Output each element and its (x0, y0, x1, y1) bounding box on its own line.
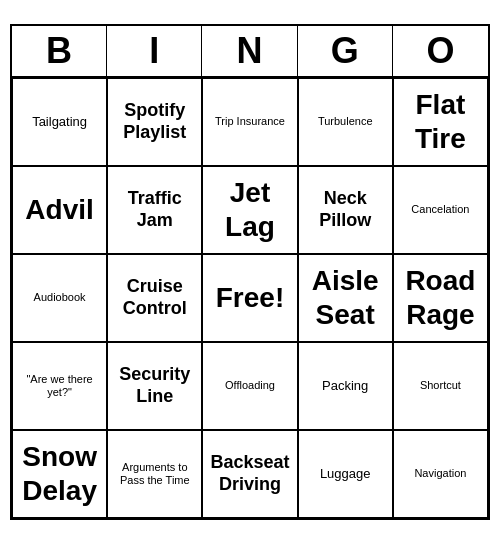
bingo-cell-10: Audiobook (12, 254, 107, 342)
cell-text-18: Packing (322, 378, 368, 394)
bingo-cell-14: Road Rage (393, 254, 488, 342)
cell-text-6: Traffic Jam (112, 188, 197, 231)
bingo-cell-22: Backseat Driving (202, 430, 297, 518)
bingo-cell-9: Cancelation (393, 166, 488, 254)
cell-text-17: Offloading (225, 379, 275, 392)
bingo-cell-0: Tailgating (12, 78, 107, 166)
bingo-letter-o: O (393, 26, 488, 76)
bingo-letter-i: I (107, 26, 202, 76)
bingo-cell-24: Navigation (393, 430, 488, 518)
cell-text-10: Audiobook (34, 291, 86, 304)
cell-text-20: Snow Delay (17, 440, 102, 507)
bingo-cell-4: Flat Tire (393, 78, 488, 166)
cell-text-16: Security Line (112, 364, 197, 407)
bingo-cell-6: Traffic Jam (107, 166, 202, 254)
bingo-header: BINGO (12, 26, 488, 78)
bingo-card: BINGO TailgatingSpotify PlaylistTrip Ins… (10, 24, 490, 520)
bingo-cell-20: Snow Delay (12, 430, 107, 518)
bingo-cell-19: Shortcut (393, 342, 488, 430)
bingo-cell-3: Turbulence (298, 78, 393, 166)
bingo-letter-n: N (202, 26, 297, 76)
cell-text-7: Jet Lag (207, 176, 292, 243)
bingo-letter-b: B (12, 26, 107, 76)
cell-text-21: Arguments to Pass the Time (112, 461, 197, 487)
bingo-cell-1: Spotify Playlist (107, 78, 202, 166)
cell-text-24: Navigation (414, 467, 466, 480)
cell-text-4: Flat Tire (398, 88, 483, 155)
bingo-cell-7: Jet Lag (202, 166, 297, 254)
bingo-cell-8: Neck Pillow (298, 166, 393, 254)
bingo-cell-5: Advil (12, 166, 107, 254)
bingo-cell-17: Offloading (202, 342, 297, 430)
bingo-cell-2: Trip Insurance (202, 78, 297, 166)
cell-text-2: Trip Insurance (215, 115, 285, 128)
bingo-grid: TailgatingSpotify PlaylistTrip Insurance… (12, 78, 488, 518)
bingo-cell-12: Free! (202, 254, 297, 342)
cell-text-5: Advil (25, 193, 93, 227)
bingo-cell-11: Cruise Control (107, 254, 202, 342)
bingo-cell-15: "Are we there yet?" (12, 342, 107, 430)
bingo-cell-23: Luggage (298, 430, 393, 518)
cell-text-19: Shortcut (420, 379, 461, 392)
cell-text-23: Luggage (320, 466, 371, 482)
cell-text-14: Road Rage (398, 264, 483, 331)
bingo-cell-13: Aisle Seat (298, 254, 393, 342)
bingo-cell-21: Arguments to Pass the Time (107, 430, 202, 518)
cell-text-12: Free! (216, 281, 284, 315)
cell-text-22: Backseat Driving (207, 452, 292, 495)
cell-text-1: Spotify Playlist (112, 100, 197, 143)
bingo-cell-16: Security Line (107, 342, 202, 430)
cell-text-11: Cruise Control (112, 276, 197, 319)
bingo-letter-g: G (298, 26, 393, 76)
cell-text-0: Tailgating (32, 114, 87, 130)
cell-text-8: Neck Pillow (303, 188, 388, 231)
cell-text-3: Turbulence (318, 115, 373, 128)
cell-text-9: Cancelation (411, 203, 469, 216)
cell-text-15: "Are we there yet?" (17, 373, 102, 399)
cell-text-13: Aisle Seat (303, 264, 388, 331)
bingo-cell-18: Packing (298, 342, 393, 430)
